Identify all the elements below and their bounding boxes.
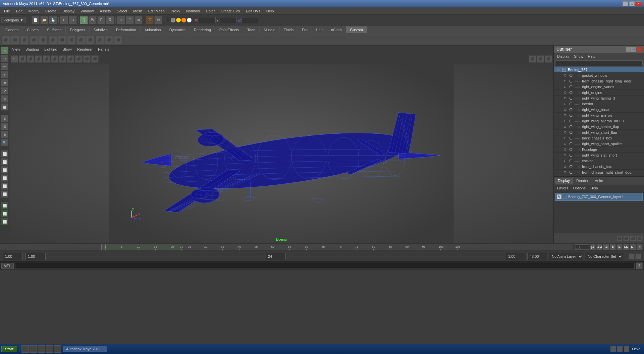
viewport-menu-shading[interactable]: Shading [25, 47, 39, 51]
menu-help[interactable]: Help [264, 8, 277, 14]
shelf-tab-rendering[interactable]: Rendering [190, 26, 215, 33]
stop-btn[interactable]: ■ [610, 244, 616, 250]
select-tool-btn[interactable]: Q [80, 16, 88, 24]
undo-btn[interactable]: ↩ [60, 16, 68, 24]
taskbar-icon-3[interactable] [46, 345, 53, 353]
shelf-icon-13[interactable]: ⬛ [114, 36, 123, 44]
vp-icon-1[interactable]: ↖ [11, 55, 18, 63]
shelf-tab-surfaces[interactable]: Surfaces [43, 26, 66, 33]
outliner-item[interactable]: —○gasket_window [554, 73, 644, 78]
rotate-tool-btn[interactable]: E [97, 16, 105, 24]
viewport-menu-renderer[interactable]: Renderer [77, 47, 93, 51]
timeline-ticks[interactable]: 1 5 10 15 20 24 25 30 35 40 45 [0, 244, 573, 250]
render-btn[interactable]: 🎬 [146, 16, 154, 24]
menu-mesh[interactable]: Mesh [130, 8, 145, 14]
menu-color[interactable]: Color [203, 8, 217, 14]
paint-select-tool[interactable]: ✏ [1, 63, 8, 70]
menu-file[interactable]: File [1, 8, 13, 14]
outliner-item[interactable]: —○right_wing_fairing_3 [554, 96, 644, 101]
outliner-item[interactable]: —○right_wing_short_flap [554, 130, 644, 135]
item-visibility-icon[interactable] [563, 136, 567, 140]
shelf-tab-muscle[interactable]: Muscle [260, 26, 280, 33]
next-key-btn[interactable]: ▶| [630, 244, 636, 250]
outliner-item[interactable]: —○interior [554, 101, 644, 107]
menu-edit-mesh[interactable]: Edit Mesh [146, 8, 167, 14]
next-frame-btn[interactable]: ▶▶ [623, 244, 629, 250]
tray-icon-3[interactable] [624, 346, 629, 352]
item-visibility-icon[interactable] [563, 153, 567, 157]
minimize-button[interactable]: _ [623, 1, 628, 6]
soft-mod-tool[interactable]: ⬤ [1, 103, 8, 111]
status-icon-1[interactable] [629, 253, 635, 259]
view-camera-tool[interactable]: ⬜ [1, 202, 8, 209]
shelf-icon-7[interactable]: ⬛ [58, 36, 66, 44]
shelf-tab-deformation[interactable]: Deformation [112, 26, 141, 33]
shelf-tab-subdivs[interactable]: Subdiv s [90, 26, 112, 33]
channel-sub-options[interactable]: Options [571, 185, 588, 191]
vp-icon-cam3[interactable]: ⬛ [545, 55, 552, 63]
outliner-item[interactable]: —○right_wing_short_spoiler [554, 141, 644, 147]
set-flow-tool[interactable]: ⬜ [1, 174, 8, 182]
workspace-dropdown[interactable]: Polygons ▼ [1, 17, 26, 23]
outliner-menu-show[interactable]: Show [572, 54, 585, 59]
channel-tab-render[interactable]: Render [574, 178, 591, 184]
outliner-item[interactable]: —○right_wing_slat_short [554, 153, 644, 158]
range-start-field[interactable]: 1.00 [25, 253, 46, 260]
shelf-icon-3[interactable]: ⬛ [20, 36, 29, 44]
item-visibility-icon[interactable] [563, 79, 567, 83]
item-visibility-icon[interactable] [563, 85, 567, 89]
new-file-btn[interactable]: 📄 [32, 16, 40, 24]
full-mode-btn[interactable] [187, 18, 192, 22]
current-time-input[interactable] [574, 244, 589, 250]
shelf-tab-general[interactable]: General [1, 26, 23, 33]
loop-btn[interactable]: ↻ [637, 244, 643, 250]
item-visibility-icon[interactable] [563, 102, 567, 106]
outliner-item[interactable]: —○right_wing_aileron_nd1_1 [554, 118, 644, 124]
play-back-btn[interactable]: ◀ [603, 244, 609, 250]
save-file-btn[interactable]: 💾 [49, 16, 57, 24]
item-visibility-icon[interactable] [563, 119, 567, 123]
outliner-menu-display[interactable]: Display [555, 54, 571, 59]
menu-window[interactable]: Window [78, 8, 96, 14]
shelf-icon-2[interactable]: ⬛ [11, 36, 19, 44]
outliner-item[interactable]: —○right_wing_aileron [554, 113, 644, 118]
playback-start-field[interactable]: 1.00 [506, 253, 526, 260]
menu-normals[interactable]: Normals [183, 8, 203, 14]
outliner-item[interactable]: —○front_chassis_right_long_door [554, 78, 644, 84]
vp-icon-10[interactable]: ⬛ [83, 55, 91, 63]
channel-sub-layers[interactable]: Layers [555, 185, 570, 191]
command-help-btn[interactable]: ? [636, 262, 643, 269]
shelf-icon-5[interactable]: ⬛ [39, 36, 48, 44]
shelf-tab-fur[interactable]: Fur [298, 26, 312, 33]
shelf-icon-10[interactable]: ⬛ [86, 36, 95, 44]
item-visibility-icon[interactable] [563, 125, 567, 129]
outliner-item[interactable]: —○front_chassis_right_short_door [554, 170, 644, 175]
channel-btn-4[interactable]: ⬛ [637, 235, 643, 241]
item-visibility-icon[interactable] [563, 96, 567, 100]
shelf-tab-painteffects[interactable]: PaintEffects [215, 26, 244, 33]
viewport-canvas[interactable]: x y z Boeing [9, 64, 553, 243]
channel-btn-1[interactable]: ⬛ [616, 235, 623, 241]
outliner-menu-help[interactable]: Help [586, 54, 598, 59]
tray-icon-2[interactable] [617, 346, 623, 352]
channel-tab-anim[interactable]: Anim [592, 178, 606, 184]
vp-icon-7[interactable]: ⬛ [59, 55, 66, 63]
item-visibility-icon[interactable] [563, 130, 567, 134]
menu-create[interactable]: Create [43, 8, 59, 14]
shelf-icon-12[interactable]: ⬛ [105, 36, 113, 44]
sculpt-tool[interactable]: ⬜ [1, 158, 8, 166]
menu-create-uvs[interactable]: Create UVs [218, 8, 243, 14]
paint-attr-tool[interactable]: ⬜ [1, 166, 8, 174]
shelf-tab-polygons[interactable]: Polygons [66, 26, 89, 33]
item-visibility-icon[interactable] [556, 68, 560, 72]
select-object-tool[interactable]: ↖ [1, 47, 8, 54]
outliner-item[interactable]: —○right_wing_center_flap [554, 124, 644, 130]
menu-proxy[interactable]: Proxy [168, 8, 183, 14]
dolly-tool[interactable]: ⊕ [1, 131, 8, 138]
vp-icon-9[interactable]: ⬛ [75, 55, 83, 63]
menu-edit-uvs[interactable]: Edit UVs [243, 8, 263, 14]
maximize-button[interactable]: □ [629, 1, 635, 6]
taskbar-icon-explorer[interactable] [38, 345, 45, 353]
menu-modify[interactable]: Modify [26, 8, 42, 14]
outliner-search-input[interactable] [555, 60, 643, 66]
